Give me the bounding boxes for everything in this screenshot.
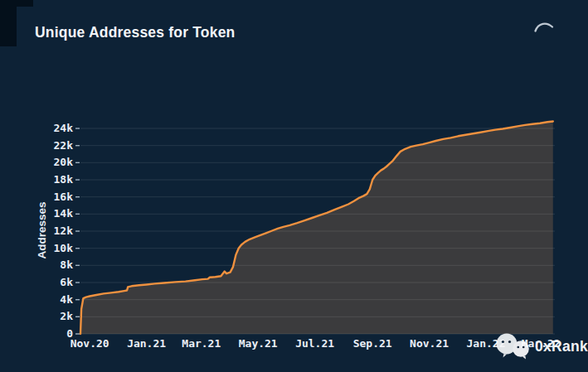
wechat-icon [494,332,532,360]
y-tick-label: 18k [23,172,73,187]
background-corner [0,0,17,46]
y-tick-label: 14k [23,206,73,221]
loading-arc-icon [533,20,555,34]
area-fill [80,122,553,335]
y-tick-label: 22k [23,138,73,153]
y-tick-label: 4k [23,292,73,307]
y-tick-label: 8k [23,258,73,273]
y-tick-label: 2k [23,309,73,324]
y-tick-label: 10k [23,241,73,256]
x-tick-label: Jul.21 [282,336,348,351]
page-title: Unique Addresses for Token [35,24,236,41]
y-tick-label: 12k [23,224,73,239]
y-tick-label: 20k [23,155,73,170]
chart-card: Unique Addresses for Token Addresses 02k… [0,0,588,372]
watermark: 0xRank [494,331,588,361]
watermark-text: 0xRank [535,338,588,355]
y-tick-label: 6k [23,275,73,290]
chart-plot-area[interactable] [75,119,561,336]
y-tick-label: 24k [23,121,73,136]
y-tick-label: 16k [23,190,73,205]
background-corner-top [0,0,33,7]
